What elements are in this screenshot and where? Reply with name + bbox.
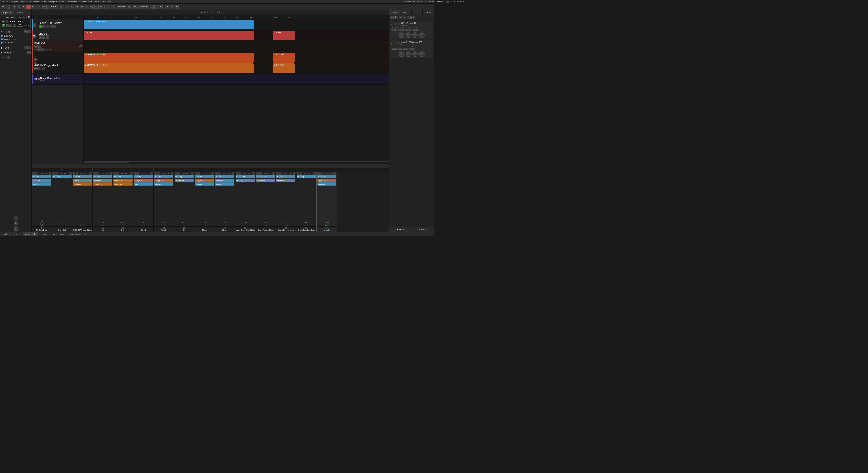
rack-tab[interactable]: Rack ▼ [412, 227, 434, 232]
vsti-2-pan[interactable]: Pan [398, 49, 402, 51]
bot-tab-editor[interactable]: Editor [10, 232, 20, 237]
ch11-fader[interactable]: 0.00 [93, 186, 113, 224]
quantize-dropdown[interactable]: Use Quantize ▼ [131, 4, 149, 9]
ch20-fader[interactable]: -12.0 [276, 182, 296, 224]
ggd-e[interactable]: E [41, 67, 45, 70]
ch14-insert-1[interactable]: StudioEQ [154, 175, 174, 178]
ch11-settings[interactable]: ⚙ [110, 172, 112, 175]
vsti-2-edit[interactable]: e [398, 42, 400, 44]
stereo-settings[interactable]: ⚙ [333, 172, 336, 175]
inspector-tab-visibility[interactable]: Visibility [14, 10, 28, 15]
vsti-1-knob-4[interactable] [419, 32, 425, 38]
track-lock-drums[interactable]: 🔒 [46, 35, 49, 39]
ch15-fader[interactable]: 0.00 [174, 182, 194, 224]
ch19-fader[interactable]: -24.0 [255, 182, 276, 224]
menu-vst[interactable]: VST [88, 1, 92, 3]
ch9-m[interactable]: M [53, 172, 55, 175]
stereo-fader[interactable]: -0.50 [317, 186, 337, 224]
menu-studio[interactable]: Studio [59, 1, 64, 3]
io-eq-btn[interactable]: ∽ [13, 24, 16, 27]
vsti-1-modern2[interactable]: Modern [398, 29, 405, 31]
menu-hub[interactable]: Hub [101, 1, 105, 3]
ch20-insert-1[interactable]: Tube Co...or [276, 175, 296, 178]
ch16-m[interactable]: M [195, 172, 197, 175]
ch14-m[interactable]: M [154, 172, 157, 175]
ch12-insert-3[interactable]: Vintage...or [114, 182, 133, 186]
mode-w-button[interactable]: W [31, 4, 35, 9]
ch9-s[interactable]: S [55, 172, 58, 175]
track-drums[interactable]: 🥁 DRUMS M S 🔒 [32, 30, 84, 41]
tool-erase[interactable]: ⌫ [74, 4, 79, 9]
tool-time[interactable]: ⏱ [99, 4, 103, 9]
ch16-fader[interactable]: -3.00 [194, 186, 215, 224]
vsti-1-modern1[interactable]: Modern [391, 29, 398, 31]
tool-select[interactable]: ↖ [60, 4, 64, 9]
automation-btn[interactable]: ~ [106, 4, 110, 9]
ch15-insert-2[interactable]: Compressor [175, 179, 194, 182]
menu-audio[interactable]: Audio [20, 1, 25, 3]
notepad-btn[interactable]: □ [27, 51, 31, 54]
ch8-insert-3[interactable]: Maximizer [32, 182, 51, 186]
menu-workspaces[interactable]: Workspaces [66, 1, 77, 3]
bot-tab-mix[interactable]: MixConsole [23, 232, 38, 237]
ch17-insert-2[interactable]: StudioEQ [215, 179, 235, 182]
tool-draw[interactable]: ✏ [70, 4, 74, 9]
ch18-fader[interactable]: -1.50 [235, 182, 255, 224]
drumbus-solo[interactable]: S [38, 45, 41, 48]
ch13-m[interactable]: M [134, 172, 136, 175]
pencil-icon[interactable]: ✎ [42, 4, 46, 9]
ch18-m[interactable]: M [236, 172, 238, 175]
vsti-1-sum[interactable]: Sum [391, 27, 396, 29]
ch14-settings[interactable]: ⚙ [170, 172, 174, 175]
add-track-icon[interactable]: + [13, 216, 18, 220]
ch17-fader[interactable]: 0.00 [215, 186, 235, 224]
ch21-m[interactable]: M [297, 172, 299, 175]
ch18-insert-2[interactable]: StudioEQ [236, 179, 255, 182]
track-write-polaris[interactable]: W [53, 25, 56, 28]
menu-project[interactable]: Project [11, 1, 18, 3]
ch15-s[interactable]: S [178, 172, 180, 175]
rt-bar-chart-icon[interactable]: ▦ [390, 16, 394, 19]
tool-split[interactable]: ✂ [80, 4, 84, 9]
grid-snap[interactable]: ⊞ [127, 4, 131, 9]
io-section-header[interactable]: ▼ Input/Output 18 / 18 ≡ 🔍 [1, 16, 31, 18]
vsti-1-modern3[interactable]: Modern [405, 29, 412, 31]
ch10-insert-1[interactable]: StudioEQ [73, 175, 92, 178]
ch12-m[interactable]: M [114, 172, 116, 175]
ch8-m[interactable]: M [32, 172, 35, 175]
lane-ggd[interactable]: GGD OKW AggroRock GGD OKW AggroRock Drum… [84, 52, 389, 74]
lane-polaris[interactable]: Polaris - The Remedy [84, 20, 389, 30]
vsti-1-modern4[interactable]: Modern [412, 29, 419, 31]
bot-tab-track[interactable]: Track [0, 232, 10, 237]
inspector-tab-inspector[interactable]: Inspector [0, 10, 14, 15]
vsti-1-active[interactable]: ● [395, 23, 397, 25]
fader-link-btn[interactable]: ⊙ [24, 46, 27, 49]
rt-plus-icon[interactable]: + [407, 16, 411, 19]
ch15-insert-1[interactable]: StudioEQ [175, 175, 194, 178]
ch11-s[interactable]: S [96, 172, 99, 175]
inserts-header[interactable]: ▼ Inserts ⊙ → [1, 30, 31, 33]
drumbus-route[interactable]: ∽ [42, 48, 45, 51]
ch17-m[interactable]: M [215, 172, 218, 175]
ch9-settings[interactable]: ⚙ [69, 172, 72, 175]
ch20-s[interactable]: S [279, 172, 282, 175]
ch13-settings[interactable]: ⚙ [150, 172, 153, 175]
ch17-settings[interactable]: ⚙ [232, 172, 235, 175]
ch10-settings[interactable]: ⚙ [89, 172, 92, 175]
track-drumbus[interactable]: Drum BUS M S 1.00 R W E ∽ Vol [32, 41, 84, 52]
ch10-fader[interactable]: -20.4 [72, 186, 92, 224]
menu-edit[interactable]: Edit [6, 1, 10, 3]
vsti-1[interactable]: 1 ● e GG_AR Kontakt Page 1 Sum Kick Sub … [390, 21, 433, 39]
track-mute-polaris[interactable]: M [42, 25, 45, 28]
ch11-m[interactable]: M [93, 172, 96, 175]
ch13-insert-1[interactable]: StudioEQ [134, 175, 153, 178]
track-solo-polaris[interactable]: S [46, 25, 49, 28]
track-ggd[interactable]: 10 ⋯ GGD OKW AggroRock M S E [32, 52, 84, 74]
ch18-s[interactable]: S [239, 172, 241, 175]
ch16-s[interactable]: S [198, 172, 200, 175]
quantize-settings[interactable]: ⚙ [150, 4, 154, 9]
track-mute-drums[interactable]: M [39, 35, 42, 39]
io-read-btn[interactable]: U [6, 24, 9, 27]
vsti-2-knob-1[interactable] [399, 51, 404, 57]
eq-icon[interactable]: ~ [13, 226, 18, 231]
